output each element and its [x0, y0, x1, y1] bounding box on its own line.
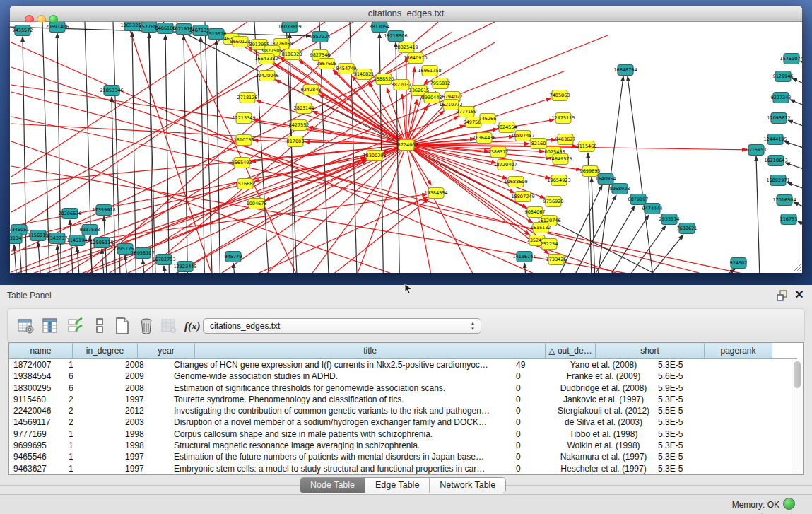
yellow-node-8990448[interactable]: 8990448 — [422, 93, 442, 103]
table-settings-icon[interactable] — [18, 317, 35, 334]
teal-node-21053346[interactable]: 21053346 — [100, 86, 123, 96]
yellow-node-3824554[interactable]: 3824554 — [497, 122, 517, 133]
cell-name[interactable]: 9115460 — [9, 394, 64, 405]
yellow-node-817003[interactable]: 817003 — [287, 136, 305, 147]
column-header-in_degree[interactable]: in_degree — [73, 343, 138, 359]
cell-short[interactable]: Tibbo et al. (1998) — [553, 428, 654, 440]
cell-title[interactable]: Corpus callosum shape and size in male p… — [170, 428, 512, 440]
teal-node-9215953[interactable]: 9215953 — [746, 145, 767, 156]
yellow-node-8186328[interactable]: 8186328 — [282, 49, 302, 60]
yellow-node-1004678[interactable]: 1004678 — [247, 199, 267, 209]
cell-pagerank[interactable]: 5.3E-5 — [654, 428, 713, 440]
table-row[interactable]: 1456911722003Disruption of a novel membe… — [9, 416, 713, 428]
delete-table-icon[interactable] — [138, 317, 155, 334]
new-table-icon[interactable] — [114, 317, 131, 334]
yellow-node-746266[interactable]: 746266 — [479, 114, 497, 124]
cell-short[interactable]: Stergiakouli et al. (2012) — [553, 405, 654, 416]
teal-node-19218506[interactable]: 19218506 — [384, 31, 407, 42]
teal-node-1342737[interactable]: 1342737 — [47, 233, 68, 244]
tab-edge-table[interactable]: Edge Table — [365, 478, 430, 493]
teal-node-16033809[interactable]: 16033809 — [278, 22, 301, 33]
yellow-node-2718126[interactable]: 2718126 — [237, 93, 258, 103]
cell-in_degree[interactable]: 6 — [64, 382, 121, 394]
yellow-node-9777169[interactable]: 9777169 — [457, 107, 477, 117]
teal-node-20206576[interactable]: 20206576 — [58, 209, 81, 219]
teal-node-1145194[interactable]: 1145194 — [67, 235, 88, 246]
network-window-titlebar[interactable]: citations_edges.txt — [10, 6, 802, 22]
function-builder-icon[interactable]: f(x) — [184, 317, 201, 334]
teal-node-1640954[interactable]: 1640954 — [596, 174, 616, 185]
cell-short[interactable]: Franke et al. (2009) — [553, 370, 654, 382]
yellow-node-7485063[interactable]: 7485063 — [550, 90, 570, 101]
yellow-node-9115460[interactable]: 9115460 — [577, 141, 597, 152]
teal-node-20691406[interactable]: 20691406 — [45, 22, 69, 33]
cell-out_de[interactable]: 0 — [512, 382, 553, 394]
cell-out_de[interactable]: 0 — [512, 416, 553, 428]
close-panel-icon[interactable]: ✕ — [793, 288, 806, 301]
cell-out_de[interactable]: 0 — [512, 463, 553, 474]
cell-in_degree[interactable]: 2 — [64, 416, 121, 428]
cell-year[interactable]: 2003 — [121, 416, 170, 428]
cell-short[interactable]: Dudbridge et al. (2008) — [553, 382, 654, 394]
teal-node-1156819[interactable]: 1156819 — [28, 230, 49, 241]
cell-short[interactable]: Hescheler et al. (1997) — [553, 463, 654, 474]
cell-name[interactable]: 18300295 — [9, 382, 64, 394]
cell-pagerank[interactable]: 5.3E-5 — [654, 394, 713, 405]
cell-year[interactable]: 2012 — [121, 405, 170, 416]
teal-node-9435572[interactable]: 9435572 — [13, 25, 33, 36]
cell-name[interactable]: 22420046 — [9, 405, 64, 416]
table-row[interactable]: 946554611997Estimation of the future num… — [9, 451, 713, 462]
float-window-icon[interactable] — [776, 289, 789, 302]
cell-year[interactable]: 1997 — [121, 463, 170, 474]
table-row[interactable]: 946362711997Embryonic stem cells: a mode… — [9, 463, 713, 474]
resize-grip-icon[interactable] — [792, 262, 801, 272]
teal-node-7857224[interactable]: 7857224 — [310, 32, 331, 42]
table-row[interactable]: 1830029562008Estimation of significance … — [9, 382, 713, 394]
citation-network-graph[interactable]: 7463822866012389129551822605898275051654… — [10, 22, 802, 273]
teal-node-9227343[interactable]: 9227343 — [771, 93, 792, 103]
yellow-node-10688609[interactable]: 10688609 — [504, 177, 527, 187]
yellow-node-1565493[interactable]: 1565493 — [232, 158, 252, 168]
cell-name[interactable]: 9777169 — [9, 428, 64, 440]
column-header-short[interactable]: short — [596, 343, 705, 359]
cell-short[interactable]: de Silva et al. (2003) — [553, 416, 654, 428]
teal-node-16648794[interactable]: 16648794 — [613, 65, 637, 76]
table-source-combobox[interactable]: citations_edges.txt ▲▼ — [203, 318, 481, 334]
column-header-out_de[interactable]: △ out_de… — [546, 343, 596, 359]
column-header-name[interactable]: name — [9, 343, 73, 359]
cell-in_degree[interactable]: 6 — [64, 370, 121, 382]
tab-network-table[interactable]: Network Table — [430, 478, 505, 493]
cell-short[interactable]: Nakamura et al. (1997) — [553, 451, 654, 462]
cell-pagerank[interactable]: 5.3E-5 — [654, 451, 713, 462]
yellow-node-8660123[interactable]: 8660123 — [230, 37, 251, 47]
teal-node-8958923[interactable]: 8958923 — [610, 184, 630, 194]
yellow-node-7955812[interactable]: 7955812 — [430, 78, 451, 89]
yellow-node-18640910[interactable]: 18640910 — [404, 53, 427, 64]
teal-node-7515526[interactable]: 7515526 — [206, 29, 227, 40]
yellow-node-18720407[interactable]: 18720407 — [493, 160, 517, 170]
cell-title[interactable]: Genome-wide association studies in ADHD. — [170, 370, 512, 382]
teal-node-9397588[interactable]: 9397588 — [80, 225, 100, 235]
teal-node-17016504[interactable]: 17016504 — [772, 195, 796, 206]
table-scrollbar-thumb[interactable] — [794, 361, 801, 388]
cell-year[interactable]: 1998 — [121, 440, 170, 451]
cell-title[interactable]: Structural magnetic resonance image aver… — [170, 440, 512, 451]
cell-in_degree[interactable]: 2 — [64, 405, 121, 416]
teal-node-8813054[interactable]: 8813054 — [370, 22, 390, 33]
cell-name[interactable]: 19384554 — [9, 370, 64, 382]
cell-pagerank[interactable]: 5.3E-5 — [654, 416, 713, 428]
cell-title[interactable]: Disruption of a novel member of a sodium… — [170, 416, 512, 428]
cell-name[interactable]: 14569117 — [9, 416, 64, 428]
teal-node-924502[interactable]: 924502 — [730, 258, 748, 269]
teal-node-93134[interactable]: 93134 — [10, 233, 22, 244]
select-columns-icon[interactable] — [42, 317, 59, 334]
cell-out_de[interactable]: 0 — [512, 370, 553, 382]
yellow-node-1733426[interactable]: 1733426 — [546, 255, 567, 265]
column-header-title[interactable]: title — [195, 343, 546, 359]
table-row[interactable]: 911546021997Tourette syndrome. Phenomeno… — [9, 394, 713, 405]
table-row[interactable]: 2242004622012Investigating the contribut… — [9, 405, 713, 416]
cell-pagerank[interactable]: 5.5E-5 — [654, 405, 713, 416]
cell-name[interactable]: 9465546 — [9, 451, 64, 462]
teal-node-12093872[interactable]: 12093872 — [767, 113, 790, 124]
cell-out_de[interactable]: 0 — [512, 440, 553, 451]
